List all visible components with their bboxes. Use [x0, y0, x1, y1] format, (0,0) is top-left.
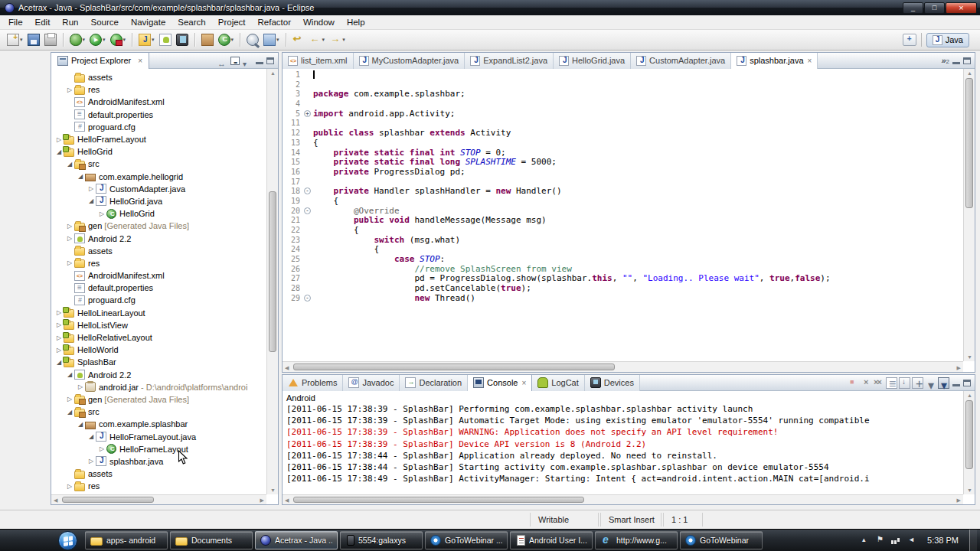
tree-item-hellogrid[interactable]: ▷HelloGrid — [51, 207, 266, 220]
window-titlebar[interactable]: Acetrax - Java - SplashBar/src/com/examp… — [0, 0, 980, 15]
console-scroll-thumb[interactable] — [965, 400, 973, 469]
dropdown-arrow-icon[interactable]: ▾ — [152, 37, 155, 43]
tab-overflow-chevron[interactable]: 2 — [941, 56, 949, 65]
scroll-up-icon[interactable]: ▲ — [967, 393, 972, 398]
close-window-button[interactable]: × — [946, 2, 977, 14]
scroll-right-icon[interactable]: ▶ — [957, 497, 961, 504]
clear-console-icon[interactable] — [886, 377, 897, 389]
back-button[interactable]: ▾ — [308, 32, 327, 47]
tree-collapsed-arrow-icon[interactable]: ▷ — [65, 235, 74, 242]
dropdown-arrow-icon[interactable]: ▾ — [342, 37, 345, 43]
explorer-vertical-scrollbar[interactable]: ▲ ▼ — [266, 69, 278, 494]
menu-project[interactable]: Project — [212, 16, 252, 28]
close-view-icon[interactable]: × — [138, 57, 142, 65]
tree-item-android-jar[interactable]: ▷android.jar- D:\android\platforms\andro… — [51, 381, 266, 393]
taskbar-item-apps-android[interactable]: apps- android — [85, 531, 168, 549]
maximize-console-icon[interactable] — [963, 380, 971, 386]
tree-collapsed-arrow-icon[interactable]: ▷ — [97, 445, 106, 452]
tree-item-res[interactable]: ▷res — [51, 257, 266, 269]
editor-tab-hellogrid-java[interactable]: HelloGrid.java — [554, 53, 631, 69]
dropdown-arrow-icon[interactable]: ▾ — [231, 37, 234, 43]
explorer-scroll-thumb[interactable] — [269, 191, 276, 352]
open-perspective-icon[interactable] — [903, 34, 916, 46]
menu-help[interactable]: Help — [341, 16, 371, 28]
scroll-down-icon[interactable]: ▼ — [270, 487, 276, 493]
tree-item-android-2-2[interactable]: ◢Android 2.2 — [51, 369, 266, 381]
editor-horizontal-scrollbar[interactable]: ◀ ▶ — [283, 361, 963, 372]
link-with-editor-icon[interactable] — [217, 56, 227, 65]
tree-collapsed-arrow-icon[interactable]: ▷ — [87, 185, 96, 192]
forward-button[interactable]: ▾ — [328, 32, 347, 47]
scroll-right-icon[interactable]: ▶ — [260, 497, 264, 504]
minimize-editor-icon[interactable] — [952, 57, 960, 64]
tree-collapsed-arrow-icon[interactable]: ▷ — [65, 259, 74, 266]
maximize-window-button[interactable]: □ — [924, 2, 945, 14]
tree-expanded-arrow-icon[interactable]: ◢ — [87, 197, 96, 204]
tree-item-gen[interactable]: ▷gen[Generated Java Files] — [51, 220, 266, 232]
fold-expanded-icon[interactable]: - — [304, 187, 311, 194]
scroll-down-icon[interactable]: ▼ — [967, 487, 972, 493]
tree-expanded-arrow-icon[interactable]: ◢ — [76, 421, 85, 428]
dropdown-arrow-icon[interactable]: ▾ — [322, 37, 325, 43]
editor-hscroll-thumb[interactable] — [293, 364, 615, 370]
tree-collapsed-arrow-icon[interactable]: ▷ — [87, 458, 96, 465]
close-tab-icon[interactable]: × — [808, 57, 812, 65]
tree-expanded-arrow-icon[interactable]: ◢ — [76, 173, 85, 180]
tree-item-default-properties[interactable]: default.properties — [51, 109, 266, 121]
editor-tab-list-item-xml[interactable]: list_item.xml — [283, 53, 354, 69]
close-tab-icon[interactable]: × — [521, 379, 526, 387]
tree-collapsed-arrow-icon[interactable]: ▷ — [65, 396, 74, 403]
console-vertical-scrollbar[interactable]: ▲ ▼ — [963, 391, 975, 494]
scroll-up-icon[interactable]: ▲ — [967, 70, 972, 76]
view-tab-devices[interactable]: Devices — [585, 375, 640, 391]
menu-refactor[interactable]: Refactor — [252, 16, 297, 28]
volume-icon[interactable] — [906, 536, 916, 545]
perspective-java-button[interactable]: Java — [926, 33, 969, 47]
avd-manager-button[interactable] — [175, 32, 190, 47]
print-button[interactable] — [43, 32, 58, 47]
taskbar-item-acetrax-java[interactable]: Acetrax - Java ... — [255, 531, 338, 549]
view-tab-declaration[interactable]: Declaration — [400, 375, 468, 391]
view-tab-console[interactable]: Console× — [468, 375, 532, 391]
dropdown-arrow-icon[interactable]: ▾ — [103, 37, 106, 43]
tree-item-src[interactable]: ◢src — [51, 406, 266, 418]
taskbar-item-gotowebinar[interactable]: GoToWebinar ... — [425, 531, 508, 549]
taskbar-item-documents[interactable]: Documents — [170, 531, 253, 549]
tree-collapsed-arrow-icon[interactable]: ▷ — [76, 383, 85, 390]
tree-collapsed-arrow-icon[interactable]: ▷ — [65, 86, 74, 93]
start-button[interactable] — [58, 531, 77, 550]
tree-item-assets[interactable]: assets — [51, 245, 266, 257]
tree-item-android-2-2[interactable]: ▷Android 2.2 — [51, 232, 266, 244]
editor-tab-expandlist2-java[interactable]: ExpandList2.java — [465, 53, 554, 69]
dropdown-arrow-icon[interactable]: ▾ — [123, 37, 126, 43]
dropdown-arrow-icon[interactable]: ▾ — [20, 37, 23, 43]
dropdown-arrow-icon[interactable]: ▾ — [276, 37, 279, 43]
new-java-project-button[interactable]: ▾ — [137, 32, 156, 47]
tree-item-helloframelayout-java[interactable]: ◢HelloFrameLayout.java — [51, 430, 266, 442]
tree-item-androidmanifest-xml[interactable]: AndroidManifest.xml — [51, 269, 266, 282]
scroll-left-icon[interactable]: ◀ — [54, 497, 57, 504]
scroll-down-icon[interactable]: ▼ — [967, 354, 972, 360]
scroll-left-icon[interactable]: ◀ — [285, 497, 289, 504]
open-console-icon[interactable] — [938, 377, 949, 389]
collapse-all-icon[interactable] — [230, 57, 240, 65]
run-button[interactable]: ▾ — [88, 32, 107, 47]
tree-item-assets[interactable]: assets — [51, 71, 266, 83]
view-tab-javadoc[interactable]: Javadoc — [343, 375, 400, 391]
tree-item-com-example-hellogrid[interactable]: ◢com.example.hellogrid — [51, 171, 266, 183]
action-center-icon[interactable] — [876, 536, 886, 545]
open-task-button[interactable]: ▾ — [262, 32, 281, 47]
remove-all-icon[interactable] — [873, 377, 884, 389]
taskbar-item-5554-galaxys[interactable]: 5554:galaxys — [340, 531, 423, 549]
tree-item-src[interactable]: ◢src — [51, 158, 266, 170]
editor-tab-splashbar-java[interactable]: splashbar.java× — [731, 53, 818, 69]
console-output[interactable]: Android [2011-06-15 17:38:39 - SplashBar… — [283, 391, 963, 494]
maximize-explorer-icon[interactable] — [266, 57, 274, 64]
view-tab-logcat[interactable]: LogCat — [532, 375, 584, 391]
tree-collapsed-arrow-icon[interactable]: ▷ — [65, 223, 74, 230]
tree-item-helloframelayout[interactable]: ▷HelloFrameLayout — [51, 443, 266, 455]
tree-item-hellogrid-java[interactable]: ◢HelloGrid.java — [51, 195, 266, 207]
menu-source[interactable]: Source — [84, 16, 124, 28]
tree-item-helloworld[interactable]: ▷HelloWorld — [51, 344, 266, 356]
taskbar-item-gotowebinar[interactable]: GoToWebinar — [680, 531, 763, 549]
